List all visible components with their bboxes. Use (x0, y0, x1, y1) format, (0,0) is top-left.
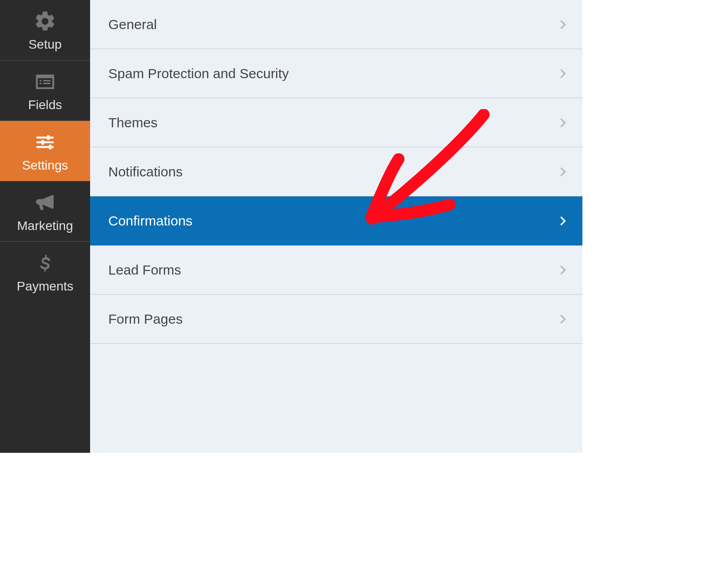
sidebar-item-fields[interactable]: Fields (0, 60, 90, 121)
chevron-right-icon (559, 18, 567, 31)
settings-item-label: Notifications (108, 164, 182, 180)
sidebar-item-setup[interactable]: Setup (0, 0, 90, 60)
svg-rect-1 (41, 140, 44, 145)
chevron-right-icon (559, 116, 567, 130)
chevron-right-icon (559, 214, 567, 228)
sidebar-item-label: Setup (28, 37, 61, 52)
settings-item-form-pages[interactable]: Form Pages (90, 295, 582, 344)
settings-item-label: General (108, 17, 157, 32)
settings-item-label: Form Pages (108, 311, 182, 327)
settings-item-label: Confirmations (108, 213, 192, 229)
chevron-right-icon (559, 67, 567, 80)
sidebar-item-label: Fields (28, 98, 62, 112)
chevron-right-icon (559, 312, 567, 326)
sliders-icon (29, 129, 61, 155)
settings-item-themes[interactable]: Themes (90, 98, 582, 147)
dollar-icon (29, 250, 61, 276)
settings-panel: General Spam Protection and Security The… (90, 0, 582, 453)
settings-item-label: Themes (108, 115, 157, 130)
settings-item-lead-forms[interactable]: Lead Forms (90, 245, 582, 295)
svg-rect-2 (49, 145, 51, 149)
settings-item-label: Spam Protection and Security (108, 66, 289, 81)
settings-item-spam-protection[interactable]: Spam Protection and Security (90, 49, 582, 98)
chevron-right-icon (559, 165, 567, 179)
settings-item-general[interactable]: General (90, 0, 582, 49)
sidebar-item-marketing[interactable]: Marketing (0, 181, 90, 242)
sidebar-item-label: Marketing (17, 219, 73, 233)
sidebar-item-label: Settings (22, 158, 68, 173)
gear-icon (29, 8, 61, 35)
settings-item-confirmations[interactable]: Confirmations (90, 196, 582, 245)
sidebar-item-label: Payments (17, 279, 74, 294)
list-icon (29, 69, 61, 95)
sidebar: Setup Fields Settings Marketing Payments (0, 0, 90, 453)
sidebar-item-settings[interactable]: Settings (0, 121, 90, 181)
bullhorn-icon (29, 190, 61, 216)
sidebar-item-payments[interactable]: Payments (0, 242, 90, 302)
chevron-right-icon (559, 263, 567, 277)
settings-item-notifications[interactable]: Notifications (90, 147, 582, 196)
settings-item-label: Lead Forms (108, 262, 181, 278)
svg-rect-0 (47, 135, 50, 140)
